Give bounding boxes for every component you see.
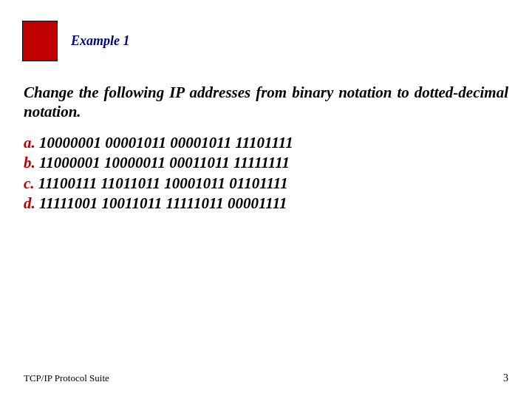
list-item: a. 10000001 00001011 00001011 11101111 [24, 133, 293, 153]
item-value: 10000001 00001011 00001011 11101111 [39, 134, 293, 151]
footer-text: TCP/IP Protocol Suite [24, 372, 109, 384]
item-label: c. [24, 174, 35, 192]
item-value: 11100111 11011011 10001011 01101111 [38, 174, 288, 192]
list-item: d. 11111001 10011011 11111011 00001111 [24, 194, 293, 214]
page-number: 3 [503, 372, 508, 384]
header-row: Example 1 [22, 21, 130, 61]
item-label: a. [24, 134, 35, 151]
list-item: b. 11000001 10000011 00011011 11111111 [24, 153, 293, 173]
item-value: 11111001 10011011 11111011 00001111 [39, 194, 287, 212]
item-list: a. 10000001 00001011 00001011 11101111 b… [24, 133, 293, 214]
item-value: 11000001 10000011 00011011 11111111 [39, 154, 290, 171]
accent-box [22, 21, 58, 61]
item-label: d. [24, 194, 35, 212]
item-label: b. [24, 154, 35, 171]
example-title: Example 1 [71, 33, 130, 49]
question-prompt: Change the following IP addresses from b… [24, 83, 508, 122]
list-item: c. 11100111 11011011 10001011 01101111 [24, 174, 293, 194]
